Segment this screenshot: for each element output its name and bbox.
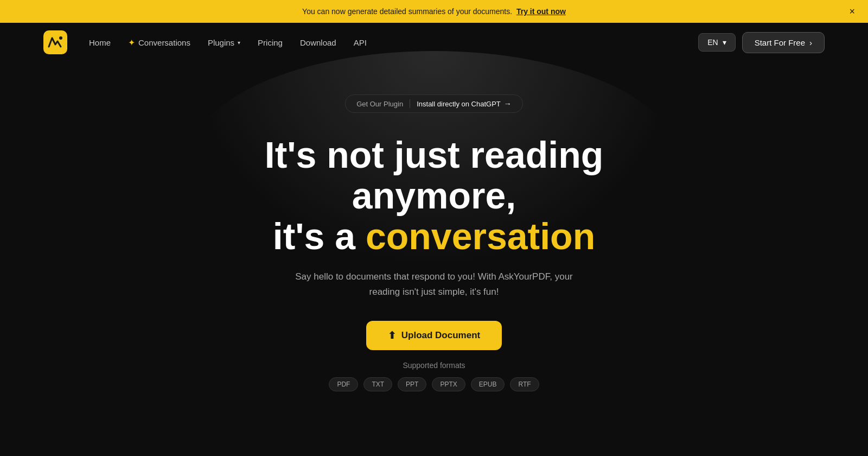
hero-subtitle: Say hello to documents that respond to y… [282,269,586,299]
nav-right: EN ▾ Start For Free › [698,32,825,53]
supported-formats-label: Supported formats [403,361,465,370]
pill-divider [410,99,410,108]
nav-left: Home ✦ Conversations Plugins ▾ Pricing D… [43,30,367,54]
nav-link-plugins[interactable]: Plugins ▾ [208,38,240,47]
nav-links: Home ✦ Conversations Plugins ▾ Pricing D… [89,37,367,48]
nav-link-conversations[interactable]: ✦ Conversations [128,37,190,48]
formats-list: PDFTXTPPTPPTXEPUBRTF [329,377,539,391]
hero-title: It's not just reading anymore, it's a co… [190,135,678,256]
format-badge: EPUB [471,377,505,391]
logo[interactable] [43,30,67,54]
arrow-right-icon: → [504,99,512,108]
pill-left-text: Get Our Plugin [356,100,403,108]
format-badge: TXT [363,377,392,391]
format-badge: PPTX [432,377,465,391]
upload-icon: ⬆ [388,330,396,341]
language-selector[interactable]: EN ▾ [698,33,735,52]
logo-icon [43,30,67,54]
nav-link-home[interactable]: Home [89,38,111,47]
banner-text: You can now generate detailed summaries … [302,7,566,16]
hero-section: Get Our Plugin Install directly on ChatG… [0,62,868,391]
upload-document-button[interactable]: ⬆ Upload Document [366,321,502,350]
pill-right-text: Install directly on ChatGPT → [417,99,512,108]
banner-close-button[interactable]: × [849,7,855,16]
chevron-down-icon: ▾ [238,40,240,46]
format-badge: RTF [510,377,539,391]
arrow-right-icon: › [809,38,812,47]
announcement-banner: You can now generate detailed summaries … [0,0,868,23]
svg-rect-0 [43,30,67,54]
format-badge: PPT [398,377,426,391]
nav-link-pricing[interactable]: Pricing [258,38,283,47]
svg-point-1 [59,36,62,40]
format-badge: PDF [329,377,358,391]
banner-link[interactable]: Try it out now [516,7,566,16]
sparkle-icon: ✦ [128,37,135,48]
chevron-down-icon: ▾ [723,38,726,47]
start-for-free-button[interactable]: Start For Free › [742,32,825,53]
nav-link-api[interactable]: API [354,38,367,47]
nav-link-download[interactable]: Download [300,38,336,47]
plugin-pill[interactable]: Get Our Plugin Install directly on ChatG… [345,94,523,113]
